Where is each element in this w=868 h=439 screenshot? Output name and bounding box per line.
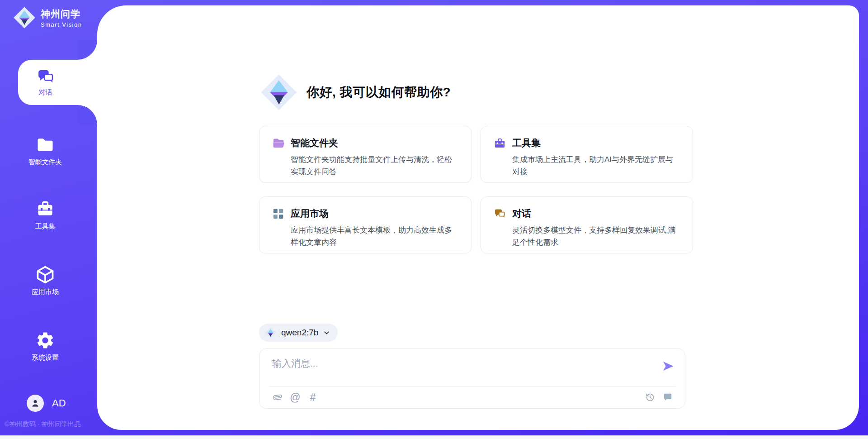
active-tab-fillet-bottom	[77, 105, 97, 125]
mention-button[interactable]: @	[290, 392, 301, 403]
card-title: 对话	[512, 207, 531, 220]
greeting: 你好, 我可以如何帮助你?	[259, 73, 451, 112]
chat-icon	[37, 68, 55, 86]
gear-icon	[35, 330, 55, 350]
active-tab-fillet-top	[77, 40, 97, 60]
brand-name: 神州问学	[41, 8, 82, 20]
sidebar: 神州问学 Smart Vision 对话 智能文件夹	[0, 0, 97, 439]
person-icon	[30, 398, 41, 409]
feature-card-toolset[interactable]: 工具集 集成市场上主流工具，助力AI与外界无缝扩展与对接	[481, 126, 693, 183]
card-description: 应用市场提供丰富长文本模板，助力高效生成多样化文章内容	[291, 224, 454, 248]
card-title: 智能文件夹	[291, 137, 338, 149]
sidebar-item-label: 应用市场	[0, 288, 90, 296]
cube-icon	[35, 265, 55, 285]
model-logo-icon	[264, 327, 277, 339]
hashtag-button[interactable]: #	[307, 392, 318, 403]
sidebar-item-app-market[interactable]: 应用市场	[0, 265, 90, 296]
message-input[interactable]	[272, 357, 643, 383]
grid-icon	[272, 208, 284, 220]
brand-logo-icon	[13, 6, 36, 29]
feature-card-app-market[interactable]: 应用市场 应用市场提供丰富长文本模板，助力高效生成多样化文章内容	[259, 196, 472, 253]
horizontal-scrollbar[interactable]	[0, 435, 868, 439]
greeting-title: 你好, 我可以如何帮助你?	[307, 84, 451, 101]
send-icon	[662, 360, 675, 372]
assistant-logo-icon	[259, 73, 298, 112]
chevron-down-icon	[323, 329, 330, 337]
card-title: 应用市场	[291, 207, 329, 220]
toolbox-icon	[35, 199, 55, 219]
copyright-footer: ©神州数码 · 神州问学出品	[5, 420, 81, 429]
brand-subtitle: Smart Vision	[41, 21, 82, 28]
model-name: qwen2:7b	[281, 328, 318, 338]
chat-icon	[494, 208, 506, 220]
folder-icon	[35, 135, 55, 155]
feature-card-smart-folder[interactable]: 智能文件夹 智能文件夹功能支持批量文件上传与清洗，轻松实现文件问答	[259, 126, 472, 183]
composer-toolbar: @ #	[269, 386, 676, 408]
paperclip-icon	[273, 392, 283, 402]
card-description: 智能文件夹功能支持批量文件上传与清洗，轻松实现文件问答	[291, 153, 454, 178]
feature-cards: 智能文件夹 智能文件夹功能支持批量文件上传与清洗，轻松实现文件问答	[259, 126, 693, 253]
attachment-button[interactable]	[272, 392, 283, 403]
sidebar-item-label: 系统设置	[0, 353, 90, 362]
toolbox-icon	[494, 137, 506, 149]
sidebar-item-label: 对话	[39, 88, 52, 97]
sidebar-item-label: 智能文件夹	[0, 158, 90, 167]
chat-bubble-icon	[663, 392, 673, 402]
sidebar-item-settings[interactable]: 系统设置	[0, 330, 90, 362]
brand: 神州问学 Smart Vision	[13, 6, 82, 29]
model-selector[interactable]: qwen2:7b	[259, 324, 338, 342]
main-panel: 你好, 我可以如何帮助你? 智能文件夹 智能文件夹功能支持批量文件上传与清洗，轻…	[97, 5, 859, 430]
avatar	[27, 395, 44, 412]
card-description: 集成市场上主流工具，助力AI与外界无缝扩展与对接	[512, 153, 676, 178]
feature-card-chat[interactable]: 对话 灵活切换多模型文件，支持多样回复效果调试,满足个性化需求	[481, 196, 693, 253]
app-root: 神州问学 Smart Vision 对话 智能文件夹	[0, 0, 868, 439]
feedback-button[interactable]	[662, 392, 673, 403]
user-initials: AD	[52, 397, 66, 409]
sidebar-item-chat[interactable]: 对话	[18, 60, 98, 105]
card-title: 工具集	[512, 137, 541, 149]
composer: @ #	[259, 348, 685, 409]
user-profile[interactable]: AD	[27, 395, 66, 412]
sidebar-item-label: 工具集	[0, 222, 90, 231]
card-description: 灵活切换多模型文件，支持多样回复效果调试,满足个性化需求	[512, 224, 676, 248]
sidebar-item-smart-folder[interactable]: 智能文件夹	[0, 135, 90, 167]
send-button[interactable]	[661, 360, 675, 373]
sidebar-item-toolset[interactable]: 工具集	[0, 199, 90, 231]
history-button[interactable]	[645, 392, 656, 403]
history-icon	[645, 392, 655, 402]
folder-icon	[272, 137, 284, 149]
